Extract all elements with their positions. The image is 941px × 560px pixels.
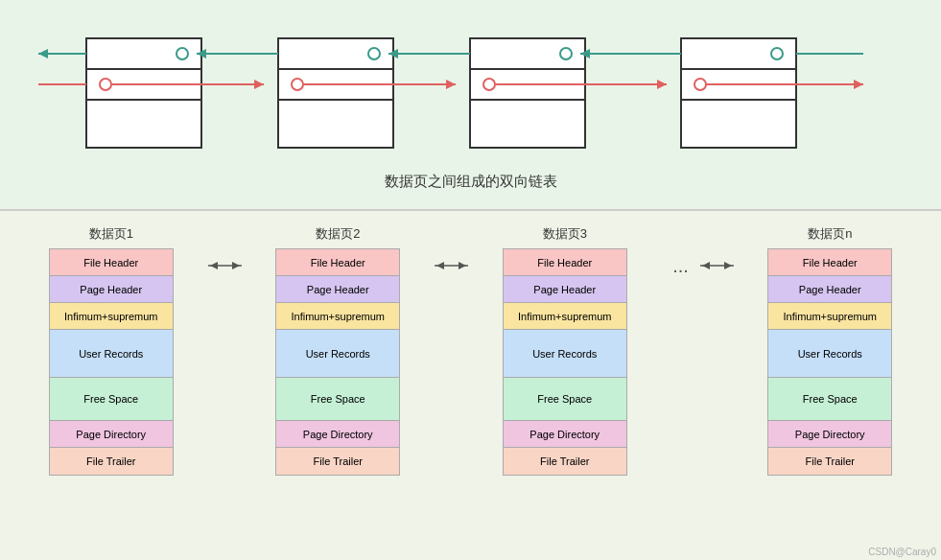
page-n-file-header: File Header bbox=[768, 249, 891, 276]
page-1-structure: File Header Page Header Infimum+supremum… bbox=[49, 248, 174, 476]
svg-rect-8 bbox=[470, 100, 585, 148]
page-3-user-records: User Records bbox=[504, 330, 626, 378]
page-2-infimum: Infimum+supremum bbox=[276, 303, 399, 330]
chain-container bbox=[29, 19, 912, 168]
svg-marker-49 bbox=[724, 262, 732, 269]
svg-marker-32 bbox=[446, 80, 456, 89]
page-3-title: 数据页3 bbox=[543, 225, 587, 243]
page-n-user-records: User Records bbox=[768, 330, 891, 378]
pages-row: 数据页1 File Header Page Header Infimum+sup… bbox=[14, 225, 927, 476]
page-n-free-space: Free Space bbox=[768, 378, 891, 421]
page-n-page-directory: Page Directory bbox=[768, 421, 891, 448]
svg-marker-48 bbox=[702, 262, 710, 269]
arrow-2-3-svg bbox=[435, 259, 468, 278]
page-2-page-header: Page Header bbox=[276, 276, 399, 303]
svg-rect-6 bbox=[470, 38, 585, 69]
page-1-file-trailer: File Trailer bbox=[50, 448, 173, 475]
svg-rect-5 bbox=[278, 100, 393, 148]
arrow-dots-n bbox=[700, 225, 734, 278]
page-2-user-records: User Records bbox=[276, 330, 399, 378]
svg-marker-43 bbox=[232, 262, 240, 269]
watermark: CSDN@Caray0 bbox=[868, 547, 936, 557]
data-page-n: 数据页n File Header Page Header Infimum+sup… bbox=[734, 225, 928, 476]
page-3-file-trailer: File Trailer bbox=[504, 448, 626, 475]
page-2-file-trailer: File Trailer bbox=[276, 448, 399, 475]
data-page-1: 数据页1 File Header Page Header Infimum+sup… bbox=[14, 225, 208, 476]
data-page-3: 数据页3 File Header Page Header Infimum+sup… bbox=[468, 225, 662, 476]
chain-arrows-svg bbox=[29, 19, 892, 168]
page-1-page-header: Page Header bbox=[50, 276, 173, 303]
svg-marker-42 bbox=[210, 262, 218, 269]
page-1-title: 数据页1 bbox=[89, 225, 133, 243]
page-3-free-space: Free Space bbox=[504, 378, 626, 421]
page-1-user-records: User Records bbox=[50, 330, 173, 378]
page-3-structure: File Header Page Header Infimum+supremum… bbox=[503, 248, 627, 476]
page-n-file-trailer: File Trailer bbox=[768, 448, 891, 475]
page-2-title: 数据页2 bbox=[316, 225, 360, 243]
page-2-page-directory: Page Directory bbox=[276, 421, 399, 448]
arrow-dots-n-svg bbox=[700, 259, 734, 278]
bottom-section: 数据页1 File Header Page Header Infimum+sup… bbox=[0, 211, 941, 560]
data-page-2: 数据页2 File Header Page Header Infimum+sup… bbox=[242, 225, 435, 476]
svg-rect-3 bbox=[278, 38, 393, 69]
page-2-file-header: File Header bbox=[276, 249, 399, 276]
page-n-structure: File Header Page Header Infimum+supremum… bbox=[767, 248, 892, 476]
page-2-free-space: Free Space bbox=[276, 378, 399, 421]
svg-marker-45 bbox=[436, 262, 444, 269]
svg-rect-9 bbox=[681, 38, 796, 69]
arrow-2-3 bbox=[435, 225, 468, 278]
top-section: 数据页之间组成的双向链表 bbox=[0, 0, 941, 211]
arrow-1-2 bbox=[208, 225, 242, 278]
svg-rect-11 bbox=[681, 100, 796, 148]
page-3-infimum: Infimum+supremum bbox=[504, 303, 626, 330]
arrow-1-2-svg bbox=[208, 259, 242, 278]
chain-label: 数据页之间组成的双向链表 bbox=[29, 173, 912, 191]
dots: ··· bbox=[662, 225, 700, 281]
page-n-title: 数据页n bbox=[808, 225, 852, 243]
page-3-page-directory: Page Directory bbox=[504, 421, 626, 448]
page-3-file-header: File Header bbox=[504, 249, 626, 276]
svg-rect-2 bbox=[86, 100, 201, 148]
page-n-infimum: Infimum+supremum bbox=[768, 303, 891, 330]
page-1-infimum: Infimum+supremum bbox=[50, 303, 173, 330]
svg-marker-46 bbox=[459, 262, 466, 269]
page-1-file-header: File Header bbox=[50, 249, 173, 276]
svg-marker-38 bbox=[854, 80, 863, 89]
page-1-free-space: Free Space bbox=[50, 378, 173, 421]
page-2-structure: File Header Page Header Infimum+supremum… bbox=[275, 248, 400, 476]
svg-rect-0 bbox=[86, 38, 201, 69]
page-1-page-directory: Page Directory bbox=[50, 421, 173, 448]
svg-marker-35 bbox=[657, 80, 667, 89]
svg-marker-29 bbox=[254, 80, 264, 89]
page-n-page-header: Page Header bbox=[768, 276, 891, 303]
page-3-page-header: Page Header bbox=[504, 276, 626, 303]
